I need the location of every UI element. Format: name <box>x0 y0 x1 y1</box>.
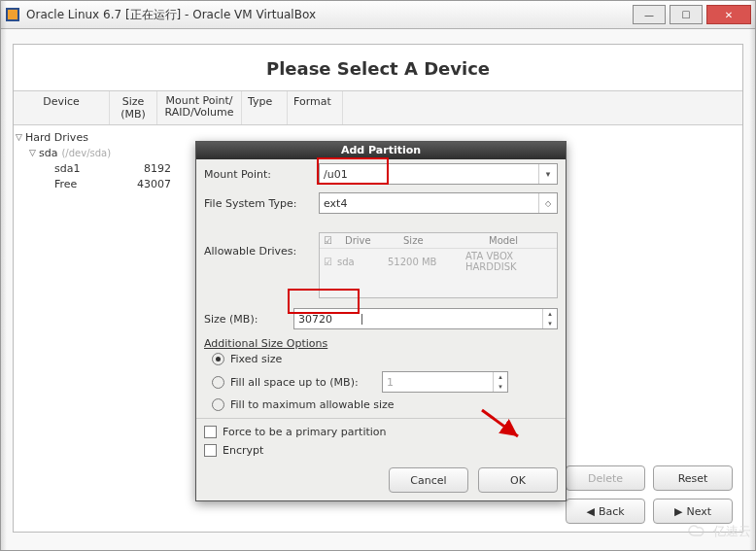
chevron-down-icon[interactable]: ▾ <box>538 164 557 184</box>
nav-bar: ◀ Back ▶ Next <box>566 499 733 524</box>
checkbox-icon[interactable] <box>204 426 217 438</box>
next-button[interactable]: ▶ Next <box>653 499 733 524</box>
expand-icon[interactable]: ▽ <box>29 148 39 157</box>
fs-type-value: ext4 <box>324 197 347 210</box>
size-spinner[interactable]: ▴▾ <box>542 309 557 328</box>
back-button[interactable]: ◀ Back <box>566 499 645 524</box>
fs-type-combo[interactable]: ext4 ◇ <box>319 192 558 214</box>
size-label: Size (MB): <box>204 313 293 326</box>
fs-type-label: File System Type: <box>204 197 319 210</box>
page-title: Please Select A Device <box>14 45 742 90</box>
drives-label: Allowable Drives: <box>204 222 319 258</box>
window-title: Oracle Linux 6.7 [正在运行] - Oracle VM Virt… <box>26 7 629 23</box>
fill-up-input: 1 ▴▾ <box>382 371 508 393</box>
arrow-left-icon: ◀ <box>586 505 594 518</box>
device-table-header: Device Size (MB) Mount Point/ RAID/Volum… <box>14 90 742 125</box>
virtualbox-window: Oracle Linux 6.7 [正在运行] - Oracle VM Virt… <box>0 0 756 551</box>
col-size: Size (MB) <box>110 91 157 124</box>
svg-rect-1 <box>8 10 17 19</box>
col-format: Format <box>288 91 343 124</box>
radio-fill-max[interactable]: Fill to maximum allowable size <box>196 396 566 414</box>
drives-header: ☑ Drive Size Model <box>320 233 557 249</box>
radio-icon[interactable] <box>212 398 224 411</box>
encrypt-checkbox[interactable]: Encrypt <box>196 441 566 460</box>
col-type: Type <box>242 91 288 124</box>
maximize-button[interactable]: ☐ <box>670 5 703 24</box>
drive-checkbox[interactable]: ☑ <box>324 257 337 267</box>
size-value: 30720 <box>298 313 362 326</box>
radio-icon[interactable] <box>212 353 224 365</box>
drive-row[interactable]: ☑ sda 51200 MB ATA VBOX HARDDISK <box>320 249 557 274</box>
watermark: 亿速云 <box>688 523 751 540</box>
mount-point-combo[interactable]: /u01 ▾ <box>319 163 558 185</box>
ok-button[interactable]: OK <box>478 467 558 493</box>
reset-button[interactable]: Reset <box>653 465 733 491</box>
window-titlebar: Oracle Linux 6.7 [正在运行] - Oracle VM Virt… <box>1 1 755 29</box>
radio-icon[interactable] <box>212 376 224 389</box>
radio-fill-up[interactable]: Fill all space up to (MB): 1 ▴▾ <box>196 368 566 396</box>
checkbox-icon[interactable] <box>204 444 217 457</box>
mount-point-label: Mount Point: <box>204 168 319 181</box>
force-primary-checkbox[interactable]: Force to be a primary partition <box>196 423 566 441</box>
delete-button: Delete <box>566 465 645 491</box>
updown-icon[interactable]: ◇ <box>538 193 557 213</box>
expand-icon[interactable]: ▽ <box>16 132 25 142</box>
add-partition-dialog: Add Partition Mount Point: /u01 ▾ File S… <box>195 141 567 501</box>
size-input[interactable]: 30720 ▴▾ <box>293 308 558 329</box>
col-mount: Mount Point/ RAID/Volume <box>157 91 242 124</box>
dialog-title: Add Partition <box>196 142 566 159</box>
mount-point-value: /u01 <box>324 168 348 181</box>
additional-size-label: Additional Size Options <box>196 333 566 350</box>
minimize-button[interactable]: — <box>633 5 666 24</box>
radio-fixed-size[interactable]: Fixed size <box>196 350 566 368</box>
close-button[interactable]: ✕ <box>706 5 751 24</box>
cancel-button[interactable]: Cancel <box>389 467 468 493</box>
allowable-drives-list[interactable]: ☑ Drive Size Model ☑ sda 51200 MB ATA VB… <box>319 232 558 298</box>
col-device: Device <box>14 91 110 124</box>
arrow-right-icon: ▶ <box>674 505 682 518</box>
virtualbox-icon <box>5 7 20 22</box>
